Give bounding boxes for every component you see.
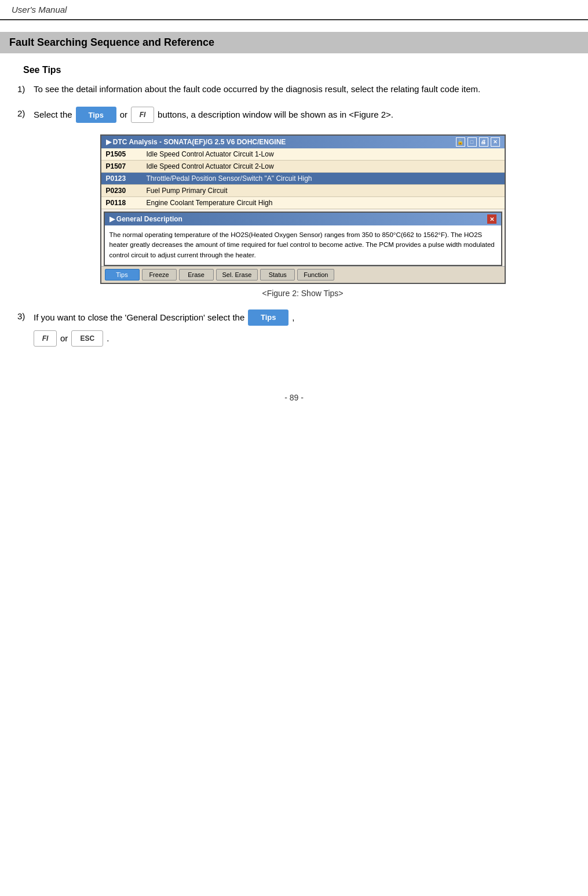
page-footer: - 89 - [0, 393, 588, 414]
window-icon[interactable]: □ [468, 137, 477, 147]
fault-code-2: P0123 [101, 173, 142, 185]
fault-code-3: P0230 [101, 185, 142, 197]
table-row[interactable]: P1507 Idle Speed Control Actuator Circui… [101, 161, 505, 173]
general-description-label: ▶ General Description [109, 215, 182, 223]
table-row[interactable]: P0118 Engine Coolant Temperature Circuit… [101, 197, 505, 209]
fault-desc-0: Idle Speed Control Actuator Circuit 1-Lo… [142, 148, 505, 161]
step-1: 1) To see the detail information about t… [17, 82, 571, 96]
dtc-status-button[interactable]: Status [260, 269, 295, 281]
dtc-bottom-buttons: Tips Freeze Erase Sel. Erase Status Func… [101, 266, 505, 283]
lock-icon[interactable]: 🔒 [456, 137, 465, 147]
dtc-tips-button[interactable]: Tips [105, 269, 140, 281]
figure-2-caption: <Figure 2: Show Tips> [262, 289, 343, 298]
page-number: - 89 - [284, 393, 304, 402]
general-description-body: The normal operating temperature of the … [105, 225, 501, 265]
step-2: 2) Select the Tips or FI buttons, a desc… [17, 107, 571, 123]
fi-button-inline[interactable]: FI [131, 107, 154, 123]
close-icon[interactable]: ✕ [491, 137, 500, 147]
esc-button-step3[interactable]: ESC [71, 330, 103, 347]
subsection-title: See Tips [23, 65, 571, 75]
step-3: 3) If you want to close the 'General Des… [17, 309, 571, 347]
step-2-suffix: buttons, a description window will be sh… [158, 108, 393, 122]
dtc-title-text: ▶ DTC Analysis - SONATA(EF)/G 2.5 V6 DOH… [106, 138, 286, 146]
tips-button-step3[interactable]: Tips [248, 309, 288, 326]
table-row-selected[interactable]: P0123 Throttle/Pedal Position Sensor/Swi… [101, 173, 505, 185]
step-3-comma: , [292, 311, 294, 325]
dtc-sel-erase-button[interactable]: Sel. Erase [216, 269, 258, 281]
print-icon[interactable]: 🖨 [479, 137, 488, 147]
table-row[interactable]: P0230 Fuel Pump Primary Circuit [101, 185, 505, 197]
step-2-prefix: Select the [34, 108, 72, 122]
fault-desc-4: Engine Coolant Temperature Circuit High [142, 197, 505, 209]
fi-button-step3[interactable]: FI [34, 330, 57, 347]
page-header: User's Manual [0, 0, 588, 20]
section-title-bar: Fault Searching Sequence and Reference [0, 32, 588, 53]
header-title: User's Manual [12, 5, 67, 14]
fault-code-1: P1507 [101, 161, 142, 173]
general-description-title-bar: ▶ General Description ✕ [105, 213, 501, 225]
step-1-number: 1) [17, 82, 34, 96]
fault-desc-1: Idle Speed Control Actuator Circuit 2-Lo… [142, 161, 505, 173]
fault-desc-2: Throttle/Pedal Position Sensor/Switch "A… [142, 173, 505, 185]
dtc-title-bar: ▶ DTC Analysis - SONATA(EF)/G 2.5 V6 DOH… [101, 136, 505, 148]
dtc-title-icons: 🔒 □ 🖨 ✕ [456, 137, 500, 147]
dtc-window: ▶ DTC Analysis - SONATA(EF)/G 2.5 V6 DOH… [100, 134, 506, 284]
dtc-freeze-button[interactable]: Freeze [142, 269, 177, 281]
tips-button-inline[interactable]: Tips [76, 107, 116, 123]
section-title: Fault Searching Sequence and Reference [9, 37, 214, 48]
general-description-close[interactable]: ✕ [487, 214, 496, 224]
dtc-function-button[interactable]: Function [297, 269, 334, 281]
fault-codes-table: P1505 Idle Speed Control Actuator Circui… [101, 148, 505, 209]
step-3-prefix: If you want to close the 'General Descri… [34, 311, 244, 325]
step-3-number: 3) [17, 309, 34, 323]
figure-2-container: ▶ DTC Analysis - SONATA(EF)/G 2.5 V6 DOH… [35, 134, 571, 298]
general-description-popup: ▶ General Description ✕ The normal opera… [104, 212, 502, 266]
fault-code-4: P0118 [101, 197, 142, 209]
content-area: See Tips 1) To see the detail informatio… [0, 65, 588, 347]
step-2-middle: or [120, 108, 127, 122]
step-3-middle: or [60, 332, 68, 345]
step-1-text: To see the detail information about the … [34, 84, 480, 94]
fault-desc-3: Fuel Pump Primary Circuit [142, 185, 505, 197]
table-row[interactable]: P1505 Idle Speed Control Actuator Circui… [101, 148, 505, 161]
step-3-suffix: . [107, 332, 109, 345]
step-2-number: 2) [17, 107, 34, 121]
dtc-erase-button[interactable]: Erase [179, 269, 214, 281]
fault-code-0: P1505 [101, 148, 142, 161]
